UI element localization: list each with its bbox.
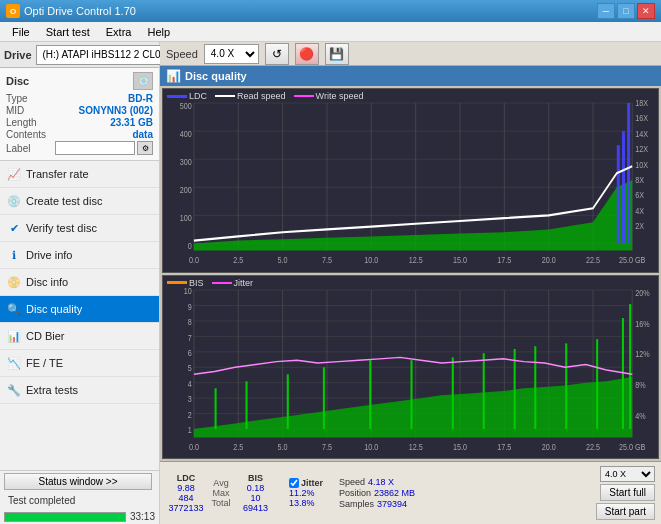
svg-text:6: 6 (188, 346, 192, 357)
disc-label-input[interactable] (55, 141, 135, 155)
nav-fe-te[interactable]: 📉 FE / TE (0, 350, 159, 377)
menu-file[interactable]: File (4, 24, 38, 40)
verify-test-disc-icon: ✔ (6, 220, 22, 236)
nav-verify-test-disc-label: Verify test disc (26, 222, 97, 234)
content-area: Speed 4.0 X ↺ 🔴 💾 📊 Disc quality LDC (160, 42, 661, 524)
nav-transfer-rate[interactable]: 📈 Transfer rate (0, 161, 159, 188)
drive-label: Drive (4, 49, 32, 61)
minimize-button[interactable]: ─ (597, 3, 615, 19)
nav-extra-tests-label: Extra tests (26, 384, 78, 396)
svg-rect-77 (452, 357, 454, 429)
svg-text:2X: 2X (635, 220, 644, 231)
ldc-avg: 9.88 (177, 483, 195, 493)
speed-select[interactable]: 4.0 X (204, 44, 259, 64)
nav-disc-info[interactable]: 📀 Disc info (0, 269, 159, 296)
menu-extra[interactable]: Extra (98, 24, 140, 40)
start-full-button[interactable]: Start full (600, 484, 655, 501)
stats-footer: LDC 9.88 484 3772133 Avg Max Total BIS 0… (160, 461, 661, 524)
bis-avg: 0.18 (247, 483, 265, 493)
drive-toolbar: Drive (H:) ATAPI iHBS112 2 CL0K ⏏ (0, 42, 159, 68)
status-window-button[interactable]: Status window >> (4, 473, 152, 490)
chart1-legend: LDC Read speed Write speed (167, 91, 363, 101)
disc-type-value: BD-R (128, 93, 153, 104)
cd-bier-icon: 📊 (6, 328, 22, 344)
menu-start-test[interactable]: Start test (38, 24, 98, 40)
menu-help[interactable]: Help (139, 24, 178, 40)
svg-text:2: 2 (188, 408, 192, 419)
svg-text:8%: 8% (635, 379, 646, 390)
drive-info-icon: ℹ (6, 247, 22, 263)
svg-text:200: 200 (180, 184, 192, 195)
speed-stat-val: 4.18 X (368, 477, 394, 487)
svg-text:17.5: 17.5 (497, 440, 511, 451)
svg-text:14X: 14X (635, 128, 648, 139)
fe-te-icon: 📉 (6, 355, 22, 371)
nav-drive-info[interactable]: ℹ Drive info (0, 242, 159, 269)
svg-text:10.0: 10.0 (364, 254, 378, 265)
legend-ldc: LDC (167, 91, 207, 101)
svg-text:4X: 4X (635, 205, 644, 216)
svg-text:7: 7 (188, 331, 192, 342)
maximize-button[interactable]: □ (617, 3, 635, 19)
progress-bar (4, 512, 126, 522)
nav-extra-tests[interactable]: 🔧 Extra tests (0, 377, 159, 404)
disc-length-label: Length (6, 117, 37, 128)
start-speed-select[interactable]: 4.0 X (600, 466, 655, 482)
disc-quality-icon: 🔍 (6, 301, 22, 317)
svg-rect-78 (483, 353, 485, 429)
disc-mid-value: SONYNN3 (002) (79, 105, 153, 116)
jitter-label: Jitter (301, 478, 323, 488)
nav-disc-quality[interactable]: 🔍 Disc quality (0, 296, 159, 323)
ldc-total: 3772133 (168, 503, 203, 513)
svg-text:100: 100 (180, 212, 192, 223)
jitter-checkbox[interactable] (289, 478, 299, 488)
create-test-disc-icon: 💿 (6, 193, 22, 209)
status-time: 33:13 (130, 511, 155, 522)
svg-text:400: 400 (180, 128, 192, 139)
nav-drive-info-label: Drive info (26, 249, 72, 261)
content-header-title: Disc quality (185, 70, 247, 82)
position-val: 23862 MB (374, 488, 415, 498)
speed-stat-label: Speed (339, 477, 365, 487)
svg-text:4%: 4% (635, 410, 646, 421)
extra-tests-icon: 🔧 (6, 382, 22, 398)
content-header: 📊 Disc quality (160, 66, 661, 86)
nav-verify-test-disc[interactable]: ✔ Verify test disc (0, 215, 159, 242)
speed-toolbar: Speed 4.0 X ↺ 🔴 💾 (160, 42, 661, 66)
svg-rect-72 (246, 381, 248, 429)
svg-rect-19 (617, 145, 620, 243)
svg-text:8: 8 (188, 316, 192, 327)
svg-rect-82 (596, 339, 598, 429)
disc-panel: Disc 💿 Type BD-R MID SONYNN3 (002) Lengt… (0, 68, 159, 161)
svg-text:20%: 20% (635, 286, 650, 297)
status-text: Test completed (4, 494, 79, 507)
menu-bar: File Start test Extra Help (0, 22, 661, 42)
disc-icon[interactable]: 💿 (133, 72, 153, 90)
nav-cd-bier-label: CD Bier (26, 330, 65, 342)
svg-text:10.0: 10.0 (364, 440, 378, 451)
svg-text:17.5: 17.5 (497, 254, 511, 265)
svg-text:16%: 16% (635, 317, 650, 328)
svg-text:5: 5 (188, 362, 192, 373)
nav-disc-info-label: Disc info (26, 276, 68, 288)
toolbar-btn-1[interactable]: ↺ (265, 43, 289, 65)
nav-cd-bier[interactable]: 📊 CD Bier (0, 323, 159, 350)
start-part-button[interactable]: Start part (596, 503, 655, 520)
disc-label-button[interactable]: ⚙ (137, 141, 153, 155)
svg-text:0: 0 (188, 240, 192, 251)
toolbar-btn-3[interactable]: 💾 (325, 43, 349, 65)
close-button[interactable]: ✕ (637, 3, 655, 19)
chart2: BIS Jitter (162, 275, 659, 460)
nav-disc-quality-label: Disc quality (26, 303, 82, 315)
svg-text:8X: 8X (635, 174, 644, 185)
disc-length-value: 23.31 GB (110, 117, 153, 128)
nav-create-test-disc[interactable]: 💿 Create test disc (0, 188, 159, 215)
svg-rect-74 (323, 367, 325, 429)
chart1: LDC Read speed Write speed (162, 88, 659, 273)
svg-text:15.0: 15.0 (453, 440, 467, 451)
toolbar-btn-2[interactable]: 🔴 (295, 43, 319, 65)
svg-text:20.0: 20.0 (542, 440, 556, 451)
svg-text:7.5: 7.5 (322, 440, 332, 451)
svg-rect-80 (534, 346, 536, 429)
svg-rect-75 (369, 360, 371, 429)
